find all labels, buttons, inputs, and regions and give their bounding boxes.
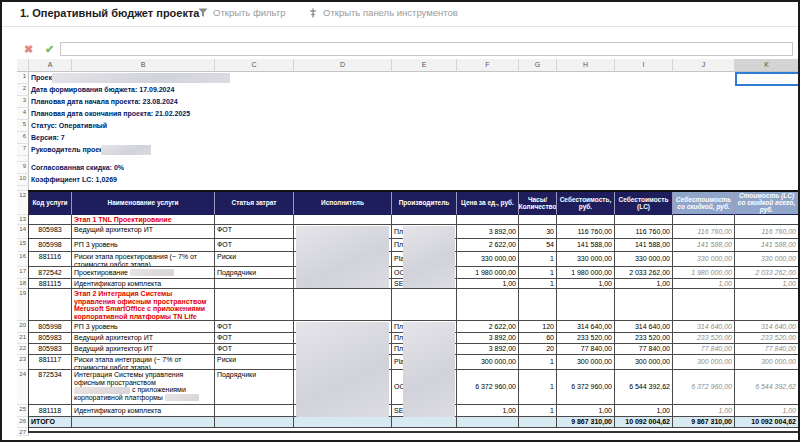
cell-F19[interactable] xyxy=(457,289,519,321)
cell-H22[interactable]: 77 840,00 xyxy=(557,344,615,355)
cell-C23[interactable]: Риски xyxy=(215,355,294,370)
cell-B18[interactable]: Идентификатор комплекта xyxy=(72,279,215,289)
cell-B24[interactable]: Интеграция Системы управления офисным пр… xyxy=(72,370,215,405)
formula-confirm-icon[interactable]: ✔ xyxy=(45,43,54,55)
cell-A15[interactable]: 805998 xyxy=(29,239,72,252)
cell-F23[interactable]: 300 000,00 xyxy=(457,355,519,370)
cell-F26[interactable] xyxy=(457,417,519,428)
cell-D19[interactable] xyxy=(294,289,392,321)
cell-J24[interactable]: 6 372 960,00 xyxy=(673,370,735,405)
cell-I23[interactable]: 300 000,00 xyxy=(615,355,673,370)
cell-G13[interactable] xyxy=(519,215,557,225)
row-header-17[interactable]: 17 xyxy=(17,267,29,279)
column-header-i[interactable]: I xyxy=(615,59,673,72)
cell-K13[interactable] xyxy=(735,215,799,225)
cell-I15[interactable]: 141 588,00 xyxy=(615,239,673,252)
cell-H16[interactable]: 330 000,00 xyxy=(557,252,615,267)
cell-C19[interactable] xyxy=(215,289,294,321)
column-header-k[interactable]: K xyxy=(735,59,799,72)
cell-A21[interactable]: 805983 xyxy=(29,333,72,344)
row-header-15[interactable]: 15 xyxy=(17,239,29,252)
cell-F24[interactable]: 6 372 960,00 xyxy=(457,370,519,405)
cell-J22[interactable]: 77 840,00 xyxy=(673,344,735,355)
formula-cancel-icon[interactable]: ✖ xyxy=(24,43,33,55)
cell-A16[interactable]: 881116 xyxy=(29,252,72,267)
cell-C22[interactable]: ФОТ xyxy=(215,344,294,355)
table-header-producer[interactable]: Производитель xyxy=(392,191,457,215)
table-header-executor[interactable]: Исполнитель xyxy=(294,191,392,215)
table-header-cost_disc[interactable]: Себестоимость со скидкой, руб. xyxy=(673,191,735,215)
cell-C17[interactable]: Подрядчики xyxy=(215,267,294,279)
cell-H23[interactable]: 300 000,00 xyxy=(557,355,615,370)
open-filter-button[interactable]: Открыть фильтр xyxy=(198,7,285,18)
cell-K16[interactable]: 330 000,00 xyxy=(735,252,799,267)
cell-D13[interactable] xyxy=(294,215,392,225)
cell-G23[interactable]: 1 xyxy=(519,355,557,370)
cell-D26[interactable] xyxy=(294,417,392,428)
cell-F22[interactable]: 3 892,00 xyxy=(457,344,519,355)
cell-I13[interactable] xyxy=(615,215,673,225)
row-header-4[interactable]: 4 xyxy=(17,108,29,120)
cell-F21[interactable]: 3 892,00 xyxy=(457,333,519,344)
cell-C21[interactable]: ФОТ xyxy=(215,333,294,344)
cell-C13[interactable] xyxy=(215,215,294,225)
cell-F17[interactable]: 1 980 000,00 xyxy=(457,267,519,279)
cell-B15[interactable]: РП 3 уровень xyxy=(72,239,215,252)
cell-G15[interactable]: 54 xyxy=(519,239,557,252)
cell-C20[interactable]: ФОТ xyxy=(215,321,294,333)
cell-C14[interactable]: ФОТ xyxy=(215,225,294,239)
cell-I21[interactable]: 233 520,00 xyxy=(615,333,673,344)
row-header-6[interactable]: 6 xyxy=(17,132,29,144)
cell-H15[interactable]: 141 588,00 xyxy=(557,239,615,252)
row-header-21[interactable]: 21 xyxy=(17,333,29,344)
cell-B17[interactable]: Проектирование xyxy=(72,267,215,279)
row-header-19[interactable]: 19 xyxy=(17,289,29,321)
cell-A19[interactable] xyxy=(29,289,72,321)
cell-J16[interactable]: 330 000,00 xyxy=(673,252,735,267)
row-header-23[interactable]: 23 xyxy=(17,355,29,370)
cell-E26[interactable] xyxy=(392,417,457,428)
column-header-g[interactable]: G xyxy=(519,59,557,72)
cell-E19[interactable] xyxy=(392,289,457,321)
cell-J21[interactable]: 233 520,00 xyxy=(673,333,735,344)
cell-J26[interactable]: 9 867 310,00 xyxy=(673,417,735,428)
cell-B13[interactable]: Этап 1 TNL Проектирование xyxy=(72,215,215,225)
table-header-cost_item[interactable]: Статья затрат xyxy=(215,191,294,215)
row-header-7[interactable]: 7 xyxy=(17,144,29,156)
cell-H19[interactable] xyxy=(557,289,615,321)
cell-K17[interactable]: 2 033 262,00 xyxy=(735,267,799,279)
formula-input[interactable] xyxy=(60,42,793,56)
cell-G24[interactable]: 1 xyxy=(519,370,557,405)
column-header-j[interactable]: J xyxy=(673,59,735,72)
cell-F16[interactable]: 330 000,00 xyxy=(457,252,519,267)
table-header-cost_lc[interactable]: Себестоимость (LC) xyxy=(615,191,673,215)
cell-C26[interactable] xyxy=(215,417,294,428)
table-header-price[interactable]: Цена за ед., руб. xyxy=(457,191,519,215)
row-header-18[interactable]: 18 xyxy=(17,279,29,289)
cell-H13[interactable] xyxy=(557,215,615,225)
column-header-a[interactable]: A xyxy=(29,59,72,72)
cell-K22[interactable]: 77 840,00 xyxy=(735,344,799,355)
cell-B21[interactable]: Ведущий архитектор ИТ xyxy=(72,333,215,344)
cell-K20[interactable]: 314 640,00 xyxy=(735,321,799,333)
cell-H21[interactable]: 233 520,00 xyxy=(557,333,615,344)
cell-C15[interactable]: ФОТ xyxy=(215,239,294,252)
cell-B14[interactable]: Ведущий архитектор ИТ xyxy=(72,225,215,239)
row-header-2[interactable]: 2 xyxy=(17,84,29,96)
cell-B22[interactable]: Ведущий архитектор ИТ xyxy=(72,344,215,355)
cell-H17[interactable]: 1 980 000,00 xyxy=(557,267,615,279)
cell-I18[interactable]: 1,00 xyxy=(615,279,673,289)
cell-A24[interactable]: 872534 xyxy=(29,370,72,405)
cell-B20[interactable]: РП 3 уровень xyxy=(72,321,215,333)
cell-F15[interactable]: 2 622,00 xyxy=(457,239,519,252)
cell-A17[interactable]: 872542 xyxy=(29,267,72,279)
cell-I22[interactable]: 77 840,00 xyxy=(615,344,673,355)
cell-J15[interactable]: 141 588,00 xyxy=(673,239,735,252)
cell-A14[interactable]: 805983 xyxy=(29,225,72,239)
cell-J23[interactable]: 300 000,00 xyxy=(673,355,735,370)
column-header-b[interactable]: B xyxy=(72,59,215,72)
row-header-22[interactable]: 22 xyxy=(17,344,29,355)
cell-A23[interactable]: 881117 xyxy=(29,355,72,370)
cell-B23[interactable]: Риски этапа интеграции (~ 7% от стоимост… xyxy=(72,355,215,370)
cell-K24[interactable]: 6 544 392,62 xyxy=(735,370,799,405)
